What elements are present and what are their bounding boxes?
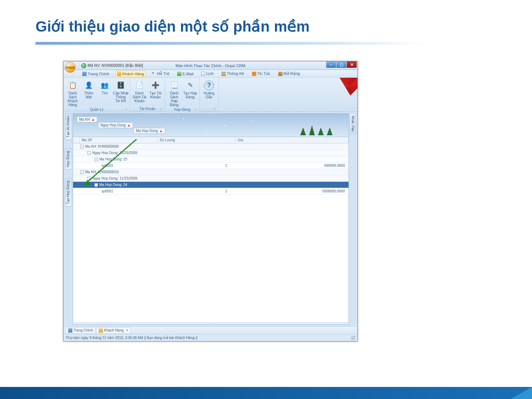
group-text: Ma KH: KH00000009 [85,144,119,148]
contract-list-icon: 📃 [169,81,179,91]
row-indicator-header [73,137,79,143]
maximize-button[interactable]: ▢ [336,61,346,68]
ribbon-btn-label: Danh Sách Khách Hàng [65,91,81,107]
vtab-hop-dong[interactable]: Hợp Đồng [65,148,72,170]
presentation-slide: Giới thiệu giao diện một số phần mềm Oop… [0,0,532,399]
menu-lich[interactable]: Lịch [199,70,215,77]
ribbon-tim[interactable]: 👥 Tìm [97,79,113,107]
snow-dot [205,130,206,131]
vtab-tao-tai-khoan[interactable]: Tạo tài khoản [65,113,72,140]
ribbon-btn-label: Tạo Hợp Đồng [182,91,198,99]
data-row[interactable]: sp0001 1 5000000.0000 [73,188,349,195]
center-panel: Ma KH ▲ Ngay Hop Dong ▲ Ma Hop Dong ▲ [73,113,349,325]
group-row-mahd-selected[interactable]: −Ma Hop Dong: 24 [73,182,349,188]
tree-icon [300,127,306,135]
col-gia[interactable]: Gia [236,137,349,143]
menu-email[interactable]: E-Mail [175,71,195,77]
close-tab-icon[interactable]: × [126,328,128,332]
ribbon-group-label: Quản Lý⤢ [65,107,128,112]
sort-asc-icon: ▲ [92,117,95,121]
group-row-ngayhd[interactable]: −Ngay Hop Dong: 11/25/2009 [73,150,349,156]
close-button[interactable]: ✕ [347,61,357,68]
ribbon-group-huongdan: ? Hướng Dẫn ⤢ [200,78,219,111]
ribbon-group-label: Tài Khoản⤢ [132,106,163,111]
ribbon-group-text: Hợp Đồng [174,108,191,111]
grid-column-header: Ma SP So Luong Gia [73,137,349,143]
collapse-icon[interactable]: − [87,177,91,180]
globe-icon [81,63,86,68]
group-row-makh[interactable]: −Ma KH: KH00000009 [73,143,349,150]
dialog-launcher-icon[interactable]: ⤢ [194,108,197,111]
ribbon-them-moi[interactable]: 👤 Thêm Mới [81,79,97,107]
group-text: Ngay Hop Dong: 11/25/2009 [92,176,137,180]
pill-label: Ma KH [79,117,90,121]
ribbon-btn-label: Cập Nhật Thông Tin KH [113,91,128,103]
collapse-icon[interactable]: − [87,151,91,155]
menu-label: Hỗ Trợ [157,71,169,76]
menu-khach-hang[interactable]: Khách Hàng [115,71,146,77]
bottom-tab-khach-hang[interactable]: Khách Hàng × [96,327,131,334]
ribbon-btn-label: Thêm Mới [81,91,97,99]
group-text: Ngay Hop Dong: 11/25/2009 [92,151,137,155]
menu-ho-tro[interactable]: Hỗ Trợ [150,70,171,77]
bottom-bar-accent [511,387,532,399]
chart-icon [221,72,226,76]
vtab-tao-hop-dong[interactable]: Tạo Hợp Đồng [65,178,72,207]
winter-banner: Ma KH ▲ Ngay Hop Dong ▲ Ma Hop Dong ▲ [73,114,349,137]
dialog-launcher-icon[interactable]: ⤢ [213,107,216,110]
cell-so-luong: 1 [151,163,229,169]
cell-ma-sp: sp0001 [73,188,151,194]
group-row-ngayhd[interactable]: −Ngay Hop Dong: 11/25/2009 [73,175,349,182]
ribbon-dskh[interactable]: 📋 Danh Sách Khách Hàng [65,79,81,107]
splitter-grip[interactable] [73,322,349,324]
data-row[interactable]: sp0001 1 999999.0000 [73,163,349,169]
sort-pill-ngayhd[interactable]: Ngay Hop Dong ▲ [98,122,133,128]
bottom-tab-trang-chinh[interactable]: Trang Chính [66,327,95,334]
group-row-makh[interactable]: −Ma KH: KH00000010 [73,169,349,175]
menu-label: Khách Hàng [122,72,144,76]
col-ma-sp[interactable]: Ma SP [79,137,158,143]
dialog-launcher-icon[interactable]: ⤢ [160,107,162,110]
collapse-icon[interactable]: − [94,158,98,161]
app-orb-button[interactable]: Oops! [65,62,76,73]
employee-id-label: Mã NV: NV00000001 [Đặc Biệt] [88,63,143,68]
sort-pill-makh[interactable]: Ma KH ▲ [77,116,97,122]
menu-trang-chinh[interactable]: Trang Chính [81,71,111,77]
collapse-icon[interactable]: − [80,145,84,148]
client-area: Tạo tài khoản Hợp Đồng Tạo Hợp Đồng Ma K… [64,112,357,326]
sort-pill-mahd[interactable]: Ma Hop Dong ▲ [133,128,165,134]
collapse-icon[interactable]: − [94,183,98,187]
ribbon-btn-label: Danh Sách Tài Khoản [132,91,147,103]
snow-dot [183,118,184,119]
ribbon-tao-tk[interactable]: ➕ Tạo Tài Khoản [148,79,163,106]
group-row-mahd[interactable]: −Ma Hop Dong: 23 [73,156,349,163]
new-account-icon: ➕ [150,81,160,91]
pencil-icon: ✎ [185,81,195,91]
menu-tin-tuc[interactable]: Tin Tức [250,70,272,77]
tab-label: Khách Hàng [104,328,124,332]
grid-body[interactable]: −Ma KH: KH00000009 −Ngay Hop Dong: 11/25… [73,143,349,322]
dialog-launcher-icon[interactable]: ⤢ [125,108,127,111]
ribbon-dshd[interactable]: 📃 Danh Sách Hợp Đồng [166,79,182,107]
tab-label: Trang Chính [73,328,93,332]
collapse-icon[interactable]: − [80,170,84,174]
ribbon-huong-dan[interactable]: ? Hướng Dẫn [201,79,217,106]
calendar-icon [201,72,205,76]
vtab-nhac-viec[interactable]: Nhắc Việc [350,113,356,135]
col-so-luong[interactable]: So Luong [158,137,236,143]
home-icon [68,328,72,333]
ribbon-dstk[interactable]: 📄 Danh Sách Tài Khoản [132,79,147,106]
minimize-button[interactable]: – [326,61,336,68]
menu-thong-ke[interactable]: Thống Kê [220,70,246,77]
menu-label: E-Mail [182,72,193,76]
menu-mo-rong[interactable]: Mở Rộng [276,70,302,77]
resize-grip-icon[interactable] [351,336,355,340]
slide-title: Giới thiệu giao diện một số phần mềm [35,18,309,35]
slide-bottom-bar [0,387,532,399]
ribbon-tao-hd[interactable]: ✎ Tạo Hợp Đồng [182,79,198,107]
ribbon-cap-nhat[interactable]: 🗄️ Cập Nhật Thông Tin KH [113,79,128,107]
ribbon-group-text: Tài Khoản [139,107,155,111]
cell-gia: 5000000.0000 [229,188,349,194]
folder-icon [117,72,121,76]
right-tabstrip: Nhắc Việc [350,113,356,325]
